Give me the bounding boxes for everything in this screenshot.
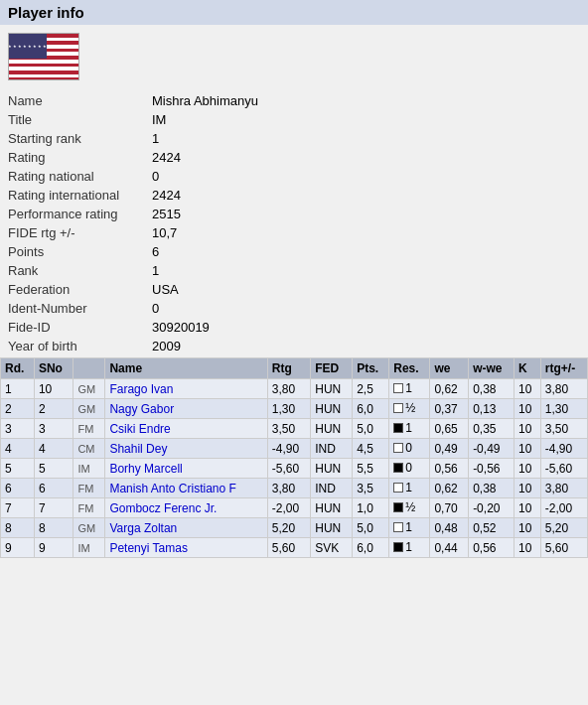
cell-name[interactable]: Farago Ivan [105, 379, 267, 399]
cell-rd: 3 [1, 419, 35, 439]
federation-value: USA [144, 280, 588, 299]
cell-sno: 10 [34, 379, 74, 399]
col-fed: FED [311, 358, 353, 379]
rating-international-label: Rating international [0, 186, 144, 205]
player-name-link[interactable]: Manish Anto Cristiano F [109, 482, 235, 495]
result-box [393, 423, 403, 433]
info-row-federation: Federation USA [0, 280, 588, 299]
info-row-rank: Rank 1 [0, 261, 588, 280]
name-value: Mishra Abhimanyu [144, 91, 588, 110]
player-name-link[interactable]: Borhy Marcell [109, 462, 182, 476]
cell-k: 10 [514, 538, 541, 558]
ident-value: 0 [144, 299, 588, 318]
cell-fed: IND [311, 439, 353, 459]
result-box [393, 522, 403, 532]
cell-title: GM [74, 379, 105, 399]
year-label: Year of birth [0, 337, 144, 355]
cell-we: 0,49 [430, 439, 469, 459]
cell-pts: 5,0 [353, 419, 389, 439]
rating-international-value: 2424 [144, 186, 588, 205]
cell-sno: 7 [34, 498, 74, 518]
points-label: Points [0, 242, 144, 261]
cell-we: 0,62 [430, 479, 469, 498]
starting-rank-label: Starting rank [0, 129, 144, 148]
cell-wwe: 0,13 [469, 399, 514, 419]
cell-title: CM [74, 439, 105, 459]
title-label: Title [0, 110, 144, 129]
cell-sno: 5 [34, 459, 74, 479]
cell-k: 10 [514, 479, 541, 498]
cell-name[interactable]: Varga Zoltan [105, 518, 267, 538]
cell-pts: 1,0 [353, 498, 389, 518]
cell-wwe: 0,56 [469, 538, 514, 558]
cell-name[interactable]: Borhy Marcell [105, 459, 267, 479]
cell-fed: HUN [311, 399, 353, 419]
cell-rtg: 3,80 [267, 379, 311, 399]
cell-rtgpm: 3,80 [540, 479, 587, 498]
year-value: 2009 [144, 337, 588, 355]
cell-name[interactable]: Nagy Gabor [105, 399, 267, 419]
cell-k: 10 [514, 439, 541, 459]
cell-rtgpm: 3,50 [540, 419, 587, 439]
col-k: K [514, 358, 541, 379]
player-name-link[interactable]: Csiki Endre [109, 422, 170, 436]
cell-we: 0,65 [430, 419, 469, 439]
cell-name[interactable]: Manish Anto Cristiano F [105, 479, 267, 498]
cell-rtg: 1,30 [267, 399, 311, 419]
player-name-link[interactable]: Farago Ivan [109, 382, 173, 396]
result-box [393, 383, 403, 393]
player-name-link[interactable]: Varga Zoltan [109, 521, 177, 535]
info-row-rating-international: Rating international 2424 [0, 186, 588, 205]
cell-rtg: 5,20 [267, 518, 311, 538]
cell-rtgpm: 1,30 [540, 399, 587, 419]
fide-id-value: 30920019 [144, 318, 588, 337]
result-box [393, 483, 403, 493]
cell-wwe: 0,38 [469, 479, 514, 498]
cell-res: 1 [389, 538, 430, 558]
player-name-link[interactable]: Gombocz Ferenc Jr. [109, 501, 217, 515]
cell-wwe: -0,56 [469, 459, 514, 479]
cell-sno: 2 [34, 399, 74, 419]
cell-res: ½ [389, 399, 430, 419]
cell-sno: 9 [34, 538, 74, 558]
player-name-link[interactable]: Shahil Dey [109, 442, 167, 456]
info-row-fide-rtg: FIDE rtg +/- 10,7 [0, 223, 588, 242]
cell-rd: 5 [1, 459, 35, 479]
cell-name[interactable]: Csiki Endre [105, 419, 267, 439]
player-name-link[interactable]: Petenyi Tamas [109, 541, 188, 555]
cell-name[interactable]: Gombocz Ferenc Jr. [105, 498, 267, 518]
result-box [393, 463, 403, 473]
cell-fed: HUN [311, 379, 353, 399]
cell-rd: 7 [1, 498, 35, 518]
header-title: Player info [8, 4, 84, 21]
cell-rtgpm: -5,60 [540, 459, 587, 479]
fide-rtg-value: 10,7 [144, 223, 588, 242]
rating-national-value: 0 [144, 167, 588, 186]
fide-rtg-label: FIDE rtg +/- [0, 223, 144, 242]
cell-rtgpm: -4,90 [540, 439, 587, 459]
cell-wwe: 0,38 [469, 379, 514, 399]
cell-rtg: 3,50 [267, 419, 311, 439]
player-name-link[interactable]: Nagy Gabor [109, 402, 174, 416]
cell-we: 0,56 [430, 459, 469, 479]
info-row-title: Title IM [0, 110, 588, 129]
cell-pts: 6,0 [353, 399, 389, 419]
cell-name[interactable]: Shahil Dey [105, 439, 267, 459]
rating-label: Rating [0, 148, 144, 167]
cell-rtg: -2,00 [267, 498, 311, 518]
cell-title: FM [74, 419, 105, 439]
col-wwe: w-we [469, 358, 514, 379]
results-table: Rd. SNo Name Rtg FED Pts. Res. we w-we K… [0, 357, 588, 558]
cell-k: 10 [514, 459, 541, 479]
table-row: 66FMManish Anto Cristiano F3,80IND3,5 10… [1, 479, 588, 498]
performance-label: Performance rating [0, 205, 144, 223]
starting-rank-value: 1 [144, 129, 588, 148]
cell-title: IM [74, 459, 105, 479]
country-flag: ★★★★★★★★★★★★★★★★★★★★★★★★★★★★★★★★★★★★★★★★… [8, 33, 79, 80]
cell-we: 0,37 [430, 399, 469, 419]
results-header-row: Rd. SNo Name Rtg FED Pts. Res. we w-we K… [1, 358, 588, 379]
rank-value: 1 [144, 261, 588, 280]
cell-name[interactable]: Petenyi Tamas [105, 538, 267, 558]
cell-rtg: -4,90 [267, 439, 311, 459]
table-row: 22GMNagy Gabor1,30HUN6,0 ½0,370,13101,30 [1, 399, 588, 419]
